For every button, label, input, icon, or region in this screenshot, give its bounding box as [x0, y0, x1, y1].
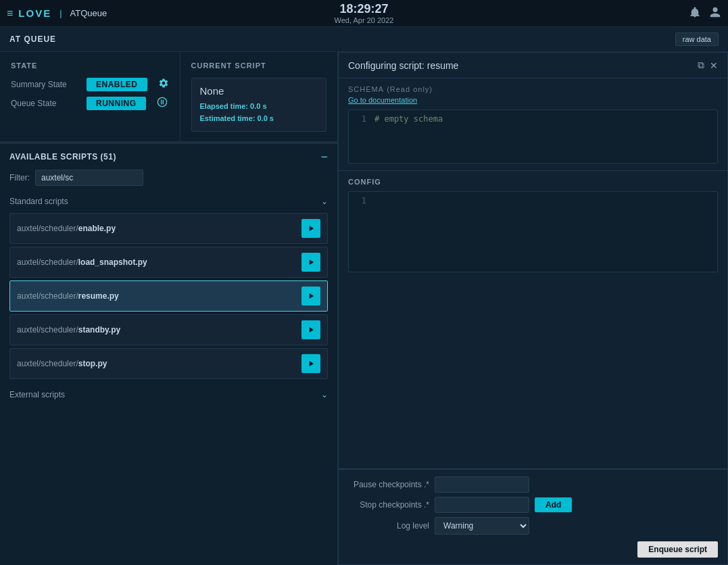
dialog-title: Configuring script: resume — [348, 60, 458, 71]
raw-data-button[interactable]: raw data — [675, 32, 719, 46]
top-bar-left: ≡ LOVE | ATQueue — [7, 7, 245, 20]
pause-checkpoints-row: Pause checkpoints .* — [348, 476, 718, 493]
logo-text: LOVE — [18, 7, 51, 19]
stop-checkpoints-input[interactable] — [435, 497, 529, 513]
config-code-line: 1 — [349, 192, 717, 210]
stop-checkpoints-label: Stop checkpoints .* — [348, 500, 429, 510]
queue-state-badge: RUNNING — [87, 97, 146, 110]
svg-rect-2 — [162, 100, 163, 105]
summary-state-badge: ENABLED — [87, 78, 147, 91]
queue-state-row: Queue State RUNNING — [11, 97, 169, 110]
config-section: CONFIG 1 — [339, 171, 727, 469]
script-run-button-standby[interactable] — [301, 320, 320, 339]
standard-scripts-chevron-icon: ⌄ — [321, 197, 328, 206]
user-icon[interactable] — [709, 6, 721, 21]
script-name-enable: auxtel/scheduler/enable.py — [17, 224, 116, 233]
schema-code-editor: 1 # empty schema — [348, 109, 718, 164]
config-line-number: 1 — [356, 196, 366, 205]
log-level-select[interactable]: Debug Info Warning Error Critical — [435, 517, 529, 535]
current-script-name: None — [200, 85, 318, 97]
atqueue-header: AT QUEUE raw data — [0, 27, 728, 52]
log-level-row: Log level Debug Info Warning Error Criti… — [348, 517, 718, 535]
summary-state-gear-button[interactable] — [158, 78, 169, 91]
available-scripts-title: AVAILABLE SCRIPTS (51) — [9, 152, 116, 162]
svg-rect-1 — [161, 100, 162, 105]
filter-input[interactable] — [35, 170, 143, 186]
script-run-button-resume[interactable] — [301, 287, 320, 305]
script-run-button-stop[interactable] — [301, 354, 320, 373]
schema-readonly: (Read only) — [387, 85, 433, 93]
current-script-title: CURRENT SCRIPT — [191, 62, 326, 70]
left-panel: STATE Summary State ENABLED Queue State … — [0, 52, 338, 565]
pause-checkpoints-input[interactable] — [435, 476, 529, 493]
pause-checkpoints-label: Pause checkpoints .* — [348, 480, 429, 489]
dialog-footer: Pause checkpoints .* Stop checkpoints .*… — [339, 469, 727, 564]
current-script-box: None Elapsed time: 0.0 s Estimated time:… — [191, 78, 326, 132]
go-to-docs-link[interactable]: Go to documentation — [348, 96, 718, 104]
svg-point-0 — [157, 97, 166, 106]
logo-separator: | — [59, 8, 62, 18]
list-item[interactable]: auxtel/scheduler/resume.py — [9, 280, 328, 312]
current-script-section: CURRENT SCRIPT None Elapsed time: 0.0 s … — [180, 52, 337, 143]
config-code-editor[interactable]: 1 — [348, 191, 718, 272]
script-run-button-load-snapshot[interactable] — [301, 253, 320, 272]
external-scripts-group-header[interactable]: External scripts ⌄ — [9, 387, 328, 402]
standard-scripts-label: Standard scripts — [9, 197, 68, 206]
schema-code-line: 1 # empty schema — [349, 110, 717, 128]
top-bar-right — [483, 6, 721, 21]
atqueue-title: AT QUEUE — [9, 34, 56, 44]
list-item[interactable]: auxtel/scheduler/standby.py — [9, 314, 328, 345]
state-section: STATE Summary State ENABLED Queue State … — [0, 52, 180, 143]
enqueue-script-button[interactable]: Enqueue script — [637, 541, 718, 558]
dialog-actions: ⧉ ✕ — [698, 59, 718, 71]
script-elapsed-info: Elapsed time: 0.0 s — [200, 101, 318, 113]
list-item[interactable]: auxtel/scheduler/stop.py — [9, 348, 328, 379]
config-dialog: Configuring script: resume ⧉ ✕ SCHEMA (R… — [338, 52, 728, 565]
main-content: AT QUEUE raw data STATE Summary State EN… — [0, 27, 728, 565]
queue-pause-button[interactable] — [157, 97, 168, 110]
top-bar-center: 18:29:27 Wed, Apr 20 2022 — [245, 2, 483, 25]
script-name-resume: auxtel/scheduler/resume.py — [17, 291, 119, 301]
schema-line-number: 1 — [356, 114, 366, 124]
queue-state-label: Queue State — [11, 99, 78, 108]
date-display: Wed, Apr 20 2022 — [245, 16, 483, 24]
bell-icon[interactable] — [689, 6, 701, 21]
right-panel: Configuring script: resume ⧉ ✕ SCHEMA (R… — [338, 52, 728, 565]
top-bar: ≡ LOVE | ATQueue 18:29:27 Wed, Apr 20 20… — [0, 0, 728, 27]
stop-checkpoints-row: Stop checkpoints .* Add — [348, 497, 718, 513]
standard-scripts-group: Standard scripts ⌄ auxtel/scheduler/enab… — [9, 194, 328, 379]
filter-row: Filter: — [9, 170, 328, 186]
log-level-label: Log level — [348, 521, 429, 531]
state-title: STATE — [11, 62, 169, 70]
list-item[interactable]: auxtel/scheduler/enable.py — [9, 213, 328, 244]
external-scripts-chevron-icon: ⌄ — [321, 390, 328, 399]
schema-code: # empty schema — [374, 114, 443, 124]
script-estimated-info: Estimated time: 0.0 s — [200, 113, 318, 125]
config-title: CONFIG — [348, 178, 718, 186]
external-scripts-label: External scripts — [9, 390, 65, 399]
menu-icon[interactable]: ≡ — [7, 7, 13, 20]
dialog-header: Configuring script: resume ⧉ ✕ — [339, 53, 727, 78]
script-run-button-enable[interactable] — [301, 219, 320, 238]
minimize-button[interactable]: − — [320, 151, 328, 163]
footer-actions: Enqueue script — [348, 541, 718, 558]
filter-label: Filter: — [9, 173, 30, 182]
dialog-copy-button[interactable]: ⧉ — [698, 59, 704, 71]
dialog-close-button[interactable]: ✕ — [710, 60, 718, 71]
time-display: 18:29:27 — [245, 2, 483, 17]
summary-state-row: Summary State ENABLED — [11, 78, 169, 91]
external-scripts-group: External scripts ⌄ — [9, 387, 328, 402]
standard-scripts-group-header[interactable]: Standard scripts ⌄ — [9, 194, 328, 209]
schema-section: SCHEMA (Read only) Go to documentation 1… — [339, 78, 727, 171]
add-button[interactable]: Add — [535, 497, 572, 512]
app-name: ATQueue — [70, 8, 107, 18]
available-scripts-section: AVAILABLE SCRIPTS (51) − Filter: Standar… — [0, 144, 337, 565]
footer-fields: Pause checkpoints .* Stop checkpoints .*… — [348, 476, 718, 535]
summary-state-label: Summary State — [11, 80, 78, 89]
dialog-body: SCHEMA (Read only) Go to documentation 1… — [339, 78, 727, 469]
script-name-stop: auxtel/scheduler/stop.py — [17, 359, 107, 368]
content-area: STATE Summary State ENABLED Queue State … — [0, 52, 728, 565]
script-name-load-snapshot: auxtel/scheduler/load_snapshot.py — [17, 257, 147, 267]
script-name-standby: auxtel/scheduler/standby.py — [17, 325, 120, 335]
list-item[interactable]: auxtel/scheduler/load_snapshot.py — [9, 247, 328, 278]
